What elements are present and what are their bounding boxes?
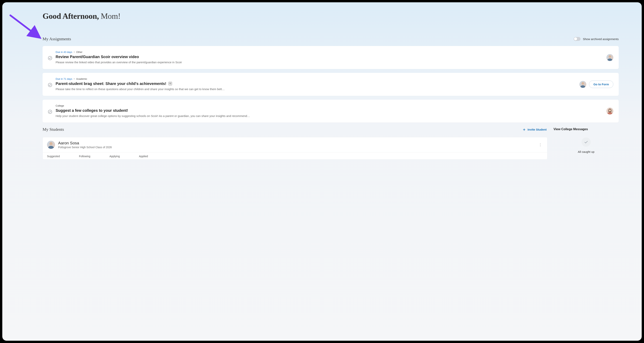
separator-dot: • — [74, 78, 75, 80]
greeting-suffix: ! — [118, 12, 120, 20]
student-name[interactable]: Aaron Sosa — [58, 141, 534, 145]
category-label: College — [56, 104, 64, 107]
category-label: Other — [76, 50, 82, 54]
student-avatar[interactable] — [606, 108, 613, 114]
complete-status-icon[interactable] — [48, 83, 52, 87]
student-options-menu[interactable]: ⋮ — [538, 142, 543, 148]
greeting-name: Mom — [101, 12, 118, 20]
assignment-description: Please take the time to reflect on these… — [56, 87, 576, 91]
assignment-title: Review Parent/Guardian Scoir overview vi… — [56, 55, 139, 59]
greeting-prefix: Good Afternoon, — [42, 12, 99, 20]
assignment-title: Suggest a few colleges to your student! — [56, 108, 128, 113]
svg-point-6 — [609, 109, 611, 112]
student-avatar[interactable] — [580, 81, 586, 88]
due-label: Due in 71 days — [56, 78, 72, 80]
student-avatar[interactable] — [47, 141, 55, 149]
complete-status-icon[interactable] — [48, 110, 52, 114]
student-card: Aaron Sosa Pottsgrove Senior High School… — [42, 137, 547, 160]
check-icon — [582, 138, 591, 147]
plus-icon: ＋ — [522, 128, 526, 131]
student-avatar[interactable] — [606, 54, 613, 61]
separator-dot: • — [74, 50, 75, 54]
show-archived-toggle[interactable] — [574, 37, 580, 41]
assignment-card[interactable]: Due in 71 days • Academic Parent-student… — [42, 73, 619, 96]
tab-following[interactable]: Following — [79, 155, 90, 158]
assignment-card[interactable]: Due in 43 days • Other Review Parent/Gua… — [42, 46, 619, 69]
all-caught-up-text: All caught up — [578, 150, 594, 154]
tab-applied[interactable]: Applied — [139, 155, 148, 158]
svg-point-2 — [608, 55, 611, 58]
svg-point-7 — [50, 142, 52, 145]
tab-applying[interactable]: Applying — [110, 155, 120, 158]
tab-suggested[interactable]: Suggested — [47, 155, 60, 158]
form-icon — [168, 82, 172, 85]
college-messages-heading[interactable]: View College Messages — [554, 128, 619, 131]
assignment-description: Please review the linked video that prov… — [56, 60, 603, 64]
assignments-heading: My Assignments — [42, 36, 71, 42]
show-archived-label: Show archived assignments — [583, 38, 619, 41]
complete-status-icon[interactable] — [48, 56, 52, 60]
student-subtitle: Pottsgrove Senior High School Class of 2… — [58, 146, 534, 149]
due-label: Due in 43 days — [56, 50, 72, 54]
assignment-card[interactable]: College Suggest a few colleges to your s… — [42, 100, 619, 123]
svg-point-4 — [582, 82, 584, 85]
go-to-form-button[interactable]: Go to Form — [589, 80, 613, 88]
page-greeting: Good Afternoon, Mom! — [42, 12, 619, 21]
assignment-description: Help your student discover great college… — [56, 114, 603, 118]
category-label: Academic — [76, 78, 87, 80]
invite-student-button[interactable]: ＋ Invite Student — [522, 126, 547, 132]
invite-student-label: Invite Student — [528, 128, 546, 131]
assignment-title: Parent-student brag sheet: Share your ch… — [56, 82, 166, 86]
dashboard-frame: Good Afternoon, Mom! My Assignments Show… — [2, 2, 642, 341]
my-students-heading: My Students — [42, 127, 64, 132]
